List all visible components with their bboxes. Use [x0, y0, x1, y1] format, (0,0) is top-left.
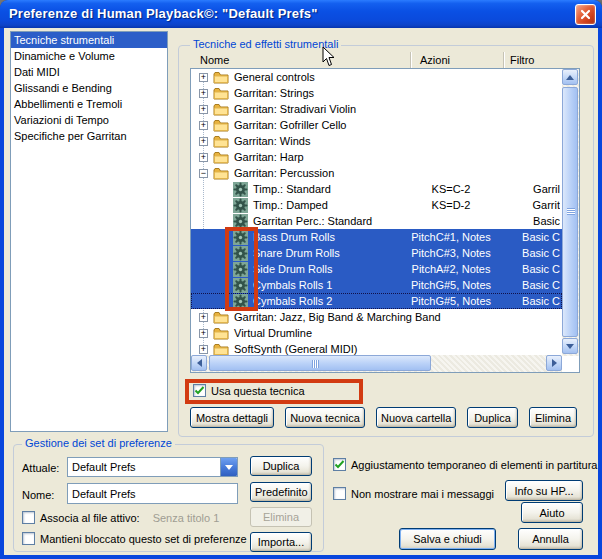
importa-pref-button[interactable]: Importa...: [250, 532, 312, 552]
prefs-name-input[interactable]: [67, 483, 238, 504]
tree-row[interactable]: Timp.: DampedKS=D-2Garrit: [191, 197, 562, 213]
title-bar[interactable]: Preferenze di Human Playback©: "Default …: [0, 0, 602, 28]
tree-row-action: PitchC#1, Notes: [396, 231, 506, 243]
current-prefs-value: Default Prefs: [68, 461, 220, 473]
tree-row[interactable]: +Garritan: Harp: [191, 149, 562, 165]
gear-icon: [233, 198, 248, 213]
column-header-nome[interactable]: Nome: [200, 54, 229, 66]
gear-icon-wrap: [233, 182, 248, 197]
close-button[interactable]: [575, 4, 596, 25]
tree-row-label: Garritan Perc.: Standard: [253, 215, 372, 227]
tree-row-label: Garritan: Winds: [234, 135, 310, 147]
mostra-dettagli-button[interactable]: Mostra dettagli: [190, 407, 274, 428]
duplica-pref-button[interactable]: Duplica: [250, 456, 312, 476]
adjust-score-checkbox[interactable]: [333, 458, 346, 471]
adjust-checkbox-row: Aggiustamento temporaneo di elementi in …: [333, 458, 597, 471]
sidebar-item-dati-midi[interactable]: Dati MIDI: [11, 64, 167, 80]
cancel-button[interactable]: Annulla: [518, 528, 583, 550]
folder-icon: [213, 327, 229, 340]
folder-icon-wrap: [213, 135, 229, 148]
tree-row[interactable]: +Garritan: Stradivari Violin: [191, 101, 562, 117]
associate-file-checkbox[interactable]: [22, 511, 35, 524]
use-technique-checkbox-row: Usa questa tecnica: [193, 384, 305, 397]
expand-expander-icon[interactable]: +: [199, 345, 208, 354]
expand-expander-icon[interactable]: +: [199, 105, 208, 114]
lock-prefs-checkbox[interactable]: [22, 532, 35, 545]
expand-expander-icon[interactable]: +: [199, 121, 208, 130]
hide-messages-checkbox[interactable]: [333, 487, 346, 500]
horizontal-scrollbar[interactable]: [191, 355, 562, 372]
folder-icon-wrap: [213, 103, 229, 116]
combobox-dropdown-button[interactable]: [220, 458, 237, 476]
hide-messages-label: Non mostrare mai i messaggi: [351, 488, 494, 500]
use-technique-checkbox[interactable]: [193, 384, 206, 397]
horizontal-scroll-thumb[interactable]: [209, 355, 431, 371]
column-separator: [410, 52, 411, 68]
expand-expander-icon[interactable]: +: [199, 137, 208, 146]
sidebar-item-glissandi-e-bending[interactable]: Glissandi e Bending: [11, 80, 167, 96]
folder-icon-wrap: [213, 167, 229, 180]
dialog-window: Preferenze di Human Playback©: "Default …: [0, 0, 602, 559]
tree-row-label: Cymbals Rolls 1: [253, 279, 332, 291]
chevron-up-icon: [566, 75, 574, 80]
predefinito-pref-button[interactable]: Predefinito: [250, 482, 312, 502]
sidebar-item-variazioni-di-tempo[interactable]: Variazioni di Tempo: [11, 112, 167, 128]
tree-row[interactable]: Timp.: StandardKS=C-2Garril: [191, 181, 562, 197]
elimina-button[interactable]: Elimina: [529, 407, 577, 428]
tree-row-label: Side Drum Rolls: [253, 263, 332, 275]
tree-row[interactable]: +Garritan: Jazz, Big Band & Marching Ban…: [191, 309, 562, 325]
window-title: Preferenze di Human Playback©: "Default …: [9, 6, 318, 21]
lock-checkbox-row: Mantieni bloccato questo set di preferen…: [22, 532, 247, 545]
tree-row-filter: Basic C: [494, 295, 560, 307]
expand-expander-icon[interactable]: +: [199, 313, 208, 322]
folder-icon: [213, 135, 229, 148]
tree-row-filter: Garrit: [494, 199, 560, 211]
save-close-button[interactable]: Salva e chiudi: [399, 528, 496, 550]
scroll-left-button[interactable]: [191, 355, 207, 371]
folder-icon-wrap: [213, 327, 229, 340]
folder-icon: [213, 151, 229, 164]
sidebar-item-abbellimenti-e-tremoli[interactable]: Abbellimenti e Tremoli: [11, 96, 167, 112]
scroll-down-button[interactable]: [562, 338, 578, 354]
tree-buttons: Mostra dettagliNuova tecnicaNuova cartel…: [190, 407, 577, 428]
vertical-scrollbar[interactable]: [562, 69, 579, 356]
tree-row-label: Garritan: Stradivari Violin: [234, 103, 356, 115]
expand-expander-icon[interactable]: +: [199, 329, 208, 338]
expand-expander-icon[interactable]: +: [199, 153, 208, 162]
scroll-right-button[interactable]: [546, 355, 562, 371]
info-hp-button[interactable]: Info su HP...: [505, 480, 583, 501]
expand-expander-icon[interactable]: +: [199, 73, 208, 82]
column-header-filtro[interactable]: Filtro: [510, 54, 534, 66]
folder-icon-wrap: [213, 151, 229, 164]
tree-row-label: Garritan: Gofriller Cello: [234, 119, 346, 131]
tree-row[interactable]: +Virtual Drumline: [191, 325, 562, 341]
sidebar-item-tecniche-strumentali[interactable]: Tecniche strumentali: [11, 32, 167, 48]
expand-expander-icon[interactable]: +: [199, 89, 208, 98]
tree-row[interactable]: +Garritan: Winds: [191, 133, 562, 149]
checkmark-icon: [194, 385, 205, 396]
tree-row[interactable]: −Garritan: Percussion: [191, 165, 562, 181]
scroll-up-button[interactable]: [562, 69, 578, 85]
sidebar-item-dinamiche-e-volume[interactable]: Dinamiche e Volume: [11, 48, 167, 64]
current-prefs-combobox[interactable]: Default Prefs: [67, 457, 238, 477]
nuova-cartella-button[interactable]: Nuova cartella: [376, 407, 456, 428]
column-header-azioni[interactable]: Azioni: [420, 54, 450, 66]
help-button[interactable]: Aiuto: [521, 502, 583, 523]
tree-row[interactable]: +Garritan: Gofriller Cello: [191, 117, 562, 133]
vertical-scroll-thumb[interactable]: [562, 87, 578, 337]
chevron-right-icon: [552, 359, 557, 367]
tree-row-label: Cymbals Rolls 2: [253, 295, 332, 307]
folder-icon-wrap: [213, 87, 229, 100]
nuova-tecnica-button[interactable]: Nuova tecnica: [285, 407, 365, 428]
sidebar-item-specifiche-per-garritan[interactable]: Specifiche per Garritan: [11, 128, 167, 144]
folder-icon: [213, 311, 229, 324]
duplica-button[interactable]: Duplica: [467, 407, 518, 428]
sidebar-list[interactable]: Tecniche strumentaliDinamiche e VolumeDa…: [10, 31, 168, 432]
name-label: Nome:: [22, 489, 54, 501]
tree-row[interactable]: +SoftSynth (General MIDI): [191, 341, 562, 355]
tree-row[interactable]: +Garritan: Strings: [191, 85, 562, 101]
tree-row[interactable]: +General controls: [191, 69, 562, 85]
collapse-expander-icon[interactable]: −: [199, 169, 208, 178]
folder-icon: [213, 119, 229, 132]
tree-rows: +General controls+Garritan: Strings+Garr…: [191, 69, 562, 355]
